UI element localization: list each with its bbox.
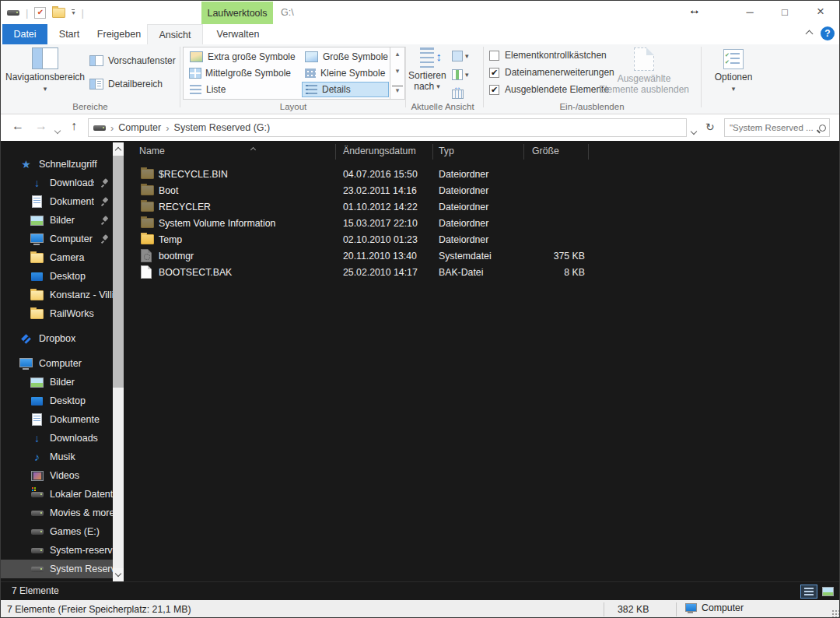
tab-freigeben[interactable]: Freigeben [91, 24, 147, 44]
checkbox-item-hidden-items[interactable]: ✔ Ausgeblendete Elemente [489, 84, 609, 95]
column-header-name[interactable]: Name [139, 146, 165, 156]
gallery-more-icon[interactable]: ▾ [392, 86, 403, 94]
sidebar-item-desktop2[interactable]: Desktop [1, 392, 113, 410]
column-separator[interactable] [432, 144, 433, 160]
sidebar-item-musik[interactable]: ♪ Musik [1, 448, 113, 466]
gallery-scroll-down-icon[interactable]: ▾ [392, 65, 403, 76]
group-by-dropdown-icon: ▾ [465, 53, 469, 59]
search-box[interactable] [724, 118, 830, 137]
sidebar-item-downloads2[interactable]: ↓ Downloads [1, 429, 113, 448]
up-button[interactable]: ↑ [71, 119, 77, 133]
sidebar-item-games[interactable]: Games (E:) [1, 522, 113, 541]
sidebar-item-bilder2[interactable]: Bilder [1, 373, 113, 392]
file-name[interactable]: Boot [159, 182, 178, 198]
layout-extra-large-icons[interactable]: Extra große Symbole [187, 49, 299, 65]
file-name[interactable]: RECYCLER [159, 198, 211, 215]
sidebar-item-system-reserviert[interactable]: System-reservier [1, 541, 113, 560]
sidebar-item-videos[interactable]: Videos [1, 466, 113, 485]
refresh-icon[interactable]: ↻ [705, 121, 715, 133]
checkbox-checked[interactable]: ✔ [489, 68, 499, 78]
sidebar-item-dokumente[interactable]: Dokumente [1, 192, 113, 211]
sidebar-item-quick-access[interactable]: ★ Schnellzugriff [1, 155, 113, 174]
layout-large-icons[interactable]: Große Symbole [302, 49, 391, 65]
qat-new-folder-icon[interactable] [52, 8, 65, 18]
close-button[interactable]: × [805, 2, 836, 21]
layout-details[interactable]: Details [302, 82, 389, 97]
sidebar-item-dokumente2[interactable]: Dokumente [1, 410, 113, 429]
sidebar-item-computer-pinned[interactable]: Computer [1, 230, 113, 248]
back-button[interactable]: ← [12, 119, 24, 133]
checkbox-unchecked[interactable] [489, 51, 499, 61]
tab-verwalten[interactable]: Verwalten [203, 24, 273, 44]
sidebar-item-computer-root[interactable]: Computer [1, 354, 113, 373]
details-view-toggle[interactable] [800, 585, 817, 599]
file-row[interactable]: BOOTSECT.BAK 25.02.2010 14:17 BAK-Datei … [124, 264, 840, 280]
sidebar-item-dropbox[interactable]: Dropbox [1, 329, 113, 348]
search-icon[interactable] [819, 125, 826, 132]
resize-grip[interactable] [831, 609, 839, 617]
gallery-scroll-up-icon[interactable]: ▴ [392, 48, 403, 59]
column-header-date[interactable]: Änderungsdatum [343, 146, 416, 156]
column-header-type[interactable]: Typ [439, 146, 454, 156]
scrollbar-down-icon[interactable] [113, 568, 124, 581]
sidebar-item-bilder[interactable]: Bilder [1, 211, 113, 230]
sidebar-item-lokaler-datentraeger[interactable]: Lokaler Datenträ [1, 485, 113, 504]
sidebar-scrollbar[interactable] [113, 142, 124, 581]
scrollbar-up-icon[interactable] [113, 142, 124, 156]
file-name[interactable]: Temp [159, 231, 182, 248]
file-name[interactable]: bootmgr [159, 248, 194, 264]
column-separator[interactable] [588, 144, 589, 160]
sidebar-item-movies-and-more[interactable]: Movies & more [1, 504, 113, 522]
sidebar-item-konstanz[interactable]: Konstanz - Villin [1, 286, 113, 304]
file-row[interactable]: $RECYCLE.BIN 04.07.2016 15:50 Dateiordne… [124, 166, 840, 182]
size-columns-button[interactable] [452, 90, 464, 99]
column-separator[interactable] [335, 144, 336, 160]
thumbnail-view-toggle[interactable] [819, 585, 836, 599]
preview-pane-button[interactable]: Vorschaufenster [89, 55, 176, 66]
collapse-ribbon-icon[interactable] [803, 27, 816, 40]
file-name[interactable]: $RECYCLE.BIN [159, 166, 228, 182]
tab-start[interactable]: Start [47, 24, 91, 44]
checkbox-checked[interactable]: ✔ [489, 85, 499, 95]
minimize-button[interactable]: ─ [734, 2, 765, 21]
tab-ansicht[interactable]: Ansicht [147, 24, 203, 44]
add-columns-dropdown-icon: ▾ [465, 72, 469, 78]
recent-locations-dropdown-icon[interactable] [55, 125, 60, 135]
file-row[interactable]: RECYCLER 01.10.2012 14:22 Dateiordner [124, 198, 840, 215]
layout-medium-icons[interactable]: Mittelgroße Symbole [187, 65, 294, 81]
nav-pane-button[interactable]: Navigationsbereich ▾ [2, 47, 88, 93]
sort-by-button[interactable]: Sortieren nach▾ [408, 47, 446, 92]
add-columns-button[interactable]: ▾ [452, 69, 469, 80]
tab-datei[interactable]: Datei [2, 24, 47, 44]
sidebar-item-desktop[interactable]: Desktop [1, 267, 113, 286]
options-button[interactable]: Optionen ▾ [709, 49, 758, 93]
legacy-status-bar: 7 Elemente (Freier Speicherplatz: 21,1 M… [1, 600, 840, 618]
sidebar-item-downloads[interactable]: ↓ Downloads [1, 174, 113, 192]
details-pane-button[interactable]: Detailbereich [89, 79, 163, 90]
qat-customize-dropdown-icon[interactable]: ▾ [72, 9, 75, 16]
checkbox-item-checkboxes[interactable]: Elementkontrollkästchen [489, 50, 607, 61]
group-by-button[interactable]: ▾ [452, 51, 469, 61]
scrollbar-thumb[interactable] [113, 156, 124, 388]
address-dropdown-icon[interactable] [691, 125, 696, 136]
file-name[interactable]: BOOTSECT.BAK [159, 264, 232, 280]
breadcrumb-current[interactable]: System Reserved (G:) [174, 122, 271, 133]
column-header-size[interactable]: Größe [532, 146, 559, 156]
search-input[interactable] [728, 122, 819, 133]
file-row[interactable]: Boot 23.02.2011 14:16 Dateiordner [124, 182, 840, 198]
maximize-button[interactable]: □ [769, 2, 800, 21]
breadcrumb-computer[interactable]: Computer [118, 122, 161, 133]
help-button[interactable]: ? [821, 26, 835, 40]
sidebar-item-system-reserved-selected[interactable]: System Reserved [1, 560, 113, 578]
file-row[interactable]: System Volume Information 15.03.2017 22:… [124, 215, 840, 231]
file-name[interactable]: System Volume Information [159, 215, 275, 231]
layout-list[interactable]: Liste [187, 82, 229, 97]
file-row[interactable]: Temp 02.10.2010 01:23 Dateiordner [124, 231, 840, 248]
qat-properties-icon[interactable]: ✔ [34, 7, 46, 19]
layout-small-icons[interactable]: Kleine Symbole [302, 65, 388, 81]
sidebar-item-camera[interactable]: Camera [1, 248, 113, 267]
address-field[interactable]: › Computer › System Reserved (G:) [88, 118, 687, 137]
sidebar-item-railworks[interactable]: RailWorks [1, 304, 113, 323]
column-separator[interactable] [523, 144, 524, 160]
file-row[interactable]: bootmgr 20.11.2010 13:40 Systemdatei 375… [124, 248, 840, 264]
